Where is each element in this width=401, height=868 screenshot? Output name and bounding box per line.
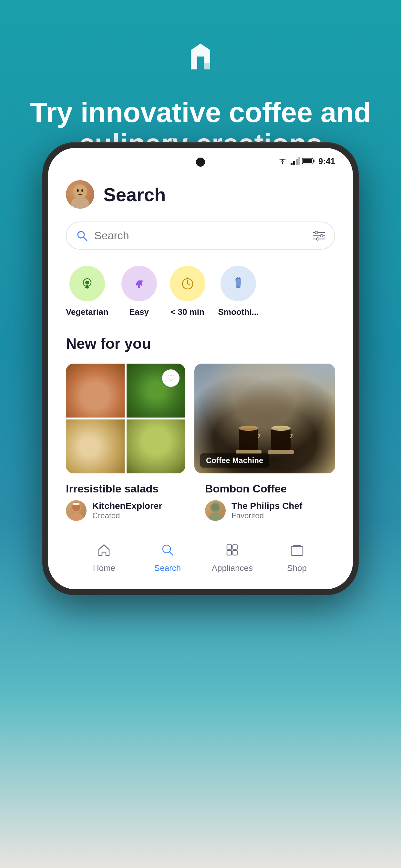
svg-point-35 xyxy=(271,426,290,431)
svg-point-21 xyxy=(85,281,89,284)
svg-point-9 xyxy=(74,186,86,197)
svg-point-23 xyxy=(140,280,143,283)
salads-author: KitchenExplorer Created xyxy=(66,500,196,521)
svg-point-11 xyxy=(81,189,83,192)
category-smoothies-label: Smoothi... xyxy=(218,307,259,317)
status-bar-right: 9:41 xyxy=(277,156,335,166)
svg-point-18 xyxy=(320,235,323,237)
svg-rect-6 xyxy=(303,159,312,163)
wifi-icon xyxy=(277,157,288,165)
svg-rect-41 xyxy=(73,503,80,505)
svg-point-34 xyxy=(239,426,258,431)
svg-point-31 xyxy=(236,286,240,288)
category-quick[interactable]: < 30 min xyxy=(170,266,205,317)
nav-search-icon xyxy=(161,543,174,560)
cards-info: Irresistible salads xyxy=(66,483,335,521)
search-input[interactable] xyxy=(94,229,307,242)
svg-line-46 xyxy=(170,552,173,555)
category-quick-circle xyxy=(170,266,205,301)
philips-chef-status: Favorited xyxy=(232,511,302,520)
heart-button[interactable]: ♡ xyxy=(162,369,180,387)
user-avatar[interactable] xyxy=(66,180,94,209)
signal-icon xyxy=(290,157,300,165)
categories-section: Vegetarian Easy xyxy=(66,266,335,317)
new-for-you-title: New for you xyxy=(66,335,335,352)
svg-rect-33 xyxy=(271,428,290,451)
nav-home[interactable]: Home xyxy=(85,543,123,573)
food-thumb-4 xyxy=(127,420,185,473)
svg-rect-28 xyxy=(236,278,241,279)
svg-line-13 xyxy=(84,237,87,241)
status-time: 9:41 xyxy=(318,156,335,166)
svg-rect-48 xyxy=(233,545,237,549)
page-title: Search xyxy=(103,184,166,206)
kitchen-explorer-info: KitchenExplorer Created xyxy=(92,501,162,520)
page-header: Search xyxy=(66,180,335,209)
category-vegetarian-label: Vegetarian xyxy=(66,307,109,317)
svg-rect-49 xyxy=(227,551,232,555)
search-icon xyxy=(76,230,88,242)
svg-rect-37 xyxy=(268,450,294,454)
svg-rect-2 xyxy=(296,159,298,165)
svg-rect-1 xyxy=(293,161,295,165)
filter-icon[interactable] xyxy=(313,231,325,241)
svg-point-8 xyxy=(70,196,90,209)
salads-card[interactable]: ♡ xyxy=(66,364,185,473)
category-vegetarian[interactable]: Vegetarian xyxy=(66,266,109,317)
category-easy-circle xyxy=(121,266,157,301)
nav-appliances-label: Appliances xyxy=(212,563,253,573)
nav-appliances[interactable]: Appliances xyxy=(212,543,253,573)
svg-line-26 xyxy=(188,284,190,285)
kitchen-explorer-avatar xyxy=(66,500,87,521)
bottom-nav: Home Search xyxy=(66,534,335,589)
category-easy[interactable]: Easy xyxy=(121,266,157,317)
svg-rect-5 xyxy=(313,160,314,162)
svg-point-45 xyxy=(163,545,171,553)
svg-point-43 xyxy=(212,503,219,511)
kitchen-explorer-status: Created xyxy=(92,511,162,520)
category-quick-label: < 30 min xyxy=(171,307,204,317)
salads-card-info: Irresistible salads xyxy=(66,483,196,521)
nav-search-label: Search xyxy=(154,563,181,573)
svg-point-19 xyxy=(316,238,319,240)
cards-grid: ♡ xyxy=(66,364,335,473)
svg-rect-50 xyxy=(233,551,237,555)
svg-rect-32 xyxy=(239,428,258,451)
coffee-title: Bombon Coffee xyxy=(205,483,335,495)
svg-point-40 xyxy=(69,513,83,521)
nav-search[interactable]: Search xyxy=(148,543,187,573)
status-icons xyxy=(277,157,315,165)
svg-point-44 xyxy=(208,513,222,521)
shop-icon xyxy=(290,543,304,560)
philips-chef-author: The Philips Chef Favorited xyxy=(205,500,335,521)
food-thumb-3 xyxy=(66,420,125,473)
svg-point-10 xyxy=(77,189,79,192)
app-logo-icon xyxy=(180,39,221,81)
salads-title: Irresistible salads xyxy=(66,483,196,495)
search-bar[interactable] xyxy=(66,221,335,250)
nav-home-label: Home xyxy=(93,563,115,573)
philips-chef-info: The Philips Chef Favorited xyxy=(232,501,302,520)
kitchen-explorer-name: KitchenExplorer xyxy=(92,501,162,511)
coffee-card-info: Bombon Coffee The Philips Chef xyxy=(205,483,335,521)
svg-rect-0 xyxy=(290,163,292,165)
nav-shop[interactable]: Shop xyxy=(278,543,316,573)
category-smoothies-circle xyxy=(220,266,256,301)
svg-rect-47 xyxy=(227,545,232,549)
phone-outer: 9:41 xyxy=(42,142,359,595)
appliances-icon xyxy=(225,543,239,560)
coffee-card[interactable]: Coffee Machine xyxy=(194,364,335,473)
category-easy-label: Easy xyxy=(129,307,149,317)
battery-icon xyxy=(302,158,315,165)
home-icon xyxy=(97,543,111,560)
food-thumb-1 xyxy=(66,364,125,417)
phone-container: 9:41 xyxy=(42,142,359,595)
svg-point-17 xyxy=(315,231,318,234)
category-smoothies[interactable]: Smoothi... xyxy=(218,266,259,317)
philips-chef-name: The Philips Chef xyxy=(232,501,302,511)
food-grid: ♡ xyxy=(66,364,185,473)
svg-rect-3 xyxy=(298,157,300,165)
camera-notch xyxy=(196,158,205,166)
coffee-machine-label: Coffee Machine xyxy=(200,454,269,468)
philips-chef-avatar xyxy=(205,500,226,521)
